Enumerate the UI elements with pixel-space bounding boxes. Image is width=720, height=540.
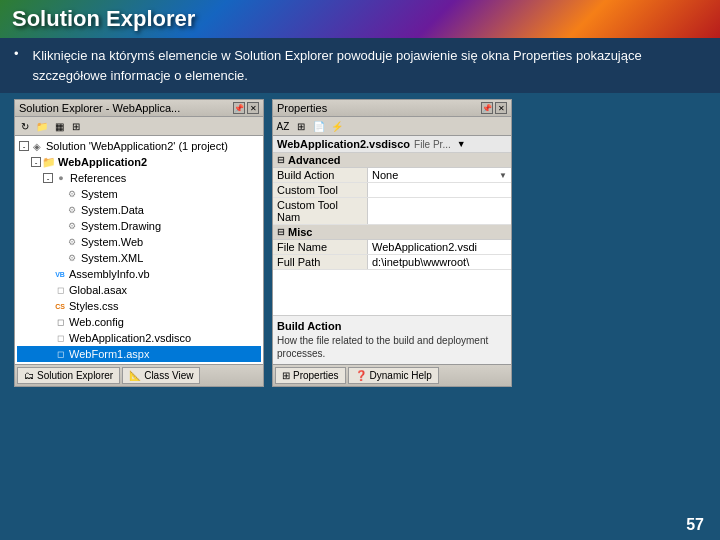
- properties-tab-icon: ⊞: [282, 370, 290, 381]
- prop-page-btn[interactable]: 📄: [311, 118, 327, 134]
- tree-item-systemdata[interactable]: ⚙ System.Data: [17, 202, 261, 218]
- prop-name-filename: File Name: [273, 240, 368, 254]
- systemxml-label: System.XML: [81, 252, 143, 264]
- webconfig-label: Web.config: [69, 316, 124, 328]
- prop-value-filename: WebApplication2.vsdi: [368, 240, 511, 254]
- prop-events-btn[interactable]: ⚡: [329, 118, 345, 134]
- assemblyinfo-icon: VB: [53, 267, 67, 281]
- solution-tree: - ◈ Solution 'WebApplication2' (1 projec…: [15, 136, 263, 364]
- panels-row: Solution Explorer - WebApplica... 📌 ✕ ↻ …: [0, 95, 720, 391]
- folder-btn[interactable]: 📁: [34, 118, 50, 134]
- properties-footer: ⊞ Properties ❓ Dynamic Help: [273, 364, 511, 386]
- section-advanced[interactable]: ⊟ Advanced: [273, 153, 511, 168]
- styles-icon: CS: [53, 299, 67, 313]
- webform-label: WebForm1.aspx: [69, 348, 150, 360]
- prop-row-fullpath[interactable]: Full Path d:\inetpub\wwwroot\: [273, 255, 511, 270]
- refresh-btn[interactable]: ↻: [17, 118, 33, 134]
- prop-row-custom-tool-nam[interactable]: Custom Tool Nam: [273, 198, 511, 225]
- properties-tab-label: Properties: [293, 370, 339, 381]
- prop-filetype: File Pr...: [414, 139, 451, 150]
- prop-value-filename-text: WebApplication2.vsdi: [372, 241, 477, 253]
- webform-icon: ◻: [53, 347, 67, 361]
- solution-explorer-tab-label: Solution Explorer: [37, 370, 113, 381]
- systemdrawing-label: System.Drawing: [81, 220, 161, 232]
- solution-explorer-tab[interactable]: 🗂 Solution Explorer: [17, 367, 120, 384]
- properties-grid: ⊟ Advanced Build Action None ▼ Custom To…: [273, 153, 511, 315]
- webapp-label: WebApplication2: [58, 156, 147, 168]
- prop-row-custom-tool[interactable]: Custom Tool: [273, 183, 511, 198]
- tree-item-systemdrawing[interactable]: ⚙ System.Drawing: [17, 218, 261, 234]
- assemblyinfo-label: AssemblyInfo.vb: [69, 268, 150, 280]
- tree-item-system[interactable]: ⚙ System: [17, 186, 261, 202]
- webapp-folder-icon: 📁: [42, 155, 56, 169]
- prop-name-build-action: Build Action: [273, 168, 368, 182]
- prop-desc-label: Build Action: [277, 320, 507, 332]
- properties-toolbar: AZ ⊞ 📄 ⚡: [273, 117, 511, 136]
- expander-solution[interactable]: -: [19, 141, 29, 151]
- prop-close-icon[interactable]: ✕: [495, 102, 507, 114]
- tree-item-vsdisco[interactable]: ◻ WebApplication2.vsdisco: [17, 330, 261, 346]
- page-title: Solution Explorer: [12, 6, 195, 32]
- bullet-text: Kliknięcie na którymś elemencie w Soluti…: [23, 46, 706, 85]
- tree-item-references[interactable]: - ● References: [17, 170, 261, 186]
- tree-item-solution[interactable]: - ◈ Solution 'WebApplication2' (1 projec…: [17, 138, 261, 154]
- expander-webapp[interactable]: -: [31, 157, 41, 167]
- styles-label: Styles.css: [69, 300, 119, 312]
- properties-tab[interactable]: ⊞ Properties: [275, 367, 346, 384]
- dynamic-help-tab-icon: ❓: [355, 370, 367, 381]
- dynamic-help-tab-label: Dynamic Help: [370, 370, 432, 381]
- class-view-tab[interactable]: 📐 Class View: [122, 367, 200, 384]
- bullet-symbol: •: [14, 46, 19, 61]
- solution-toolbar: ↻ 📁 ▦ ⊞: [15, 117, 263, 136]
- page-number-text: 57: [686, 516, 704, 533]
- tree-item-webform[interactable]: ◻ WebForm1.aspx: [17, 346, 261, 362]
- references-icon: ●: [54, 171, 68, 185]
- prop-value-build-action[interactable]: None ▼: [368, 168, 511, 182]
- system-icon: ⚙: [65, 187, 79, 201]
- tree-item-styles[interactable]: CS Styles.css: [17, 298, 261, 314]
- solution-titlebar: Solution Explorer - WebApplica... 📌 ✕: [15, 100, 263, 117]
- tree-item-webapp[interactable]: - 📁 WebApplication2: [17, 154, 261, 170]
- systemweb-icon: ⚙: [65, 235, 79, 249]
- solution-footer: 🗂 Solution Explorer 📐 Class View: [15, 364, 263, 386]
- build-action-dropdown-arrow[interactable]: ▼: [499, 171, 507, 180]
- webconfig-icon: ◻: [53, 315, 67, 329]
- close-icon[interactable]: ✕: [247, 102, 259, 114]
- systemdata-icon: ⚙: [65, 203, 79, 217]
- prop-sort-cat-btn[interactable]: ⊞: [293, 118, 309, 134]
- prop-value-custom-tool-nam[interactable]: [368, 198, 511, 224]
- prop-file-row: WebApplication2.vsdisco File Pr... ▼: [273, 136, 511, 153]
- prop-pin-icon[interactable]: 📌: [481, 102, 493, 114]
- tree-item-webconfig[interactable]: ◻ Web.config: [17, 314, 261, 330]
- globalasax-label: Global.asax: [69, 284, 127, 296]
- prop-value-build-action-text: None: [372, 169, 398, 181]
- view-btn[interactable]: ▦: [51, 118, 67, 134]
- prop-row-filename[interactable]: File Name WebApplication2.vsdi: [273, 240, 511, 255]
- systemxml-icon: ⚙: [65, 251, 79, 265]
- solution-explorer-panel: Solution Explorer - WebApplica... 📌 ✕ ↻ …: [14, 99, 264, 387]
- tree-item-systemweb[interactable]: ⚙ System.Web: [17, 234, 261, 250]
- vsdisco-icon: ◻: [53, 331, 67, 345]
- misc-expander: ⊟: [277, 227, 285, 237]
- prop-sort-alpha-btn[interactable]: AZ: [275, 118, 291, 134]
- advanced-expander: ⊟: [277, 155, 285, 165]
- prop-row-build-action[interactable]: Build Action None ▼: [273, 168, 511, 183]
- prop-value-custom-tool[interactable]: [368, 183, 511, 197]
- props-btn[interactable]: ⊞: [68, 118, 84, 134]
- systemweb-label: System.Web: [81, 236, 143, 248]
- properties-titlebar-title: Properties: [277, 102, 327, 114]
- solution-icon: ◈: [30, 139, 44, 153]
- dynamic-help-tab[interactable]: ❓ Dynamic Help: [348, 367, 439, 384]
- expander-references[interactable]: -: [43, 173, 53, 183]
- tree-item-systemxml[interactable]: ⚙ System.XML: [17, 250, 261, 266]
- solution-titlebar-icons: 📌 ✕: [233, 102, 259, 114]
- prop-filetype-dropdown[interactable]: ▼: [457, 139, 466, 149]
- prop-value-fullpath: d:\inetpub\wwwroot\: [368, 255, 511, 269]
- tree-item-assemblyinfo[interactable]: VB AssemblyInfo.vb: [17, 266, 261, 282]
- tree-item-globalasax[interactable]: ◻ Global.asax: [17, 282, 261, 298]
- properties-panel: Properties 📌 ✕ AZ ⊞ 📄 ⚡ WebApplication2.…: [272, 99, 512, 387]
- prop-value-fullpath-text: d:\inetpub\wwwroot\: [372, 256, 469, 268]
- pin-icon[interactable]: 📌: [233, 102, 245, 114]
- section-misc[interactable]: ⊟ Misc: [273, 225, 511, 240]
- prop-name-custom-tool: Custom Tool: [273, 183, 368, 197]
